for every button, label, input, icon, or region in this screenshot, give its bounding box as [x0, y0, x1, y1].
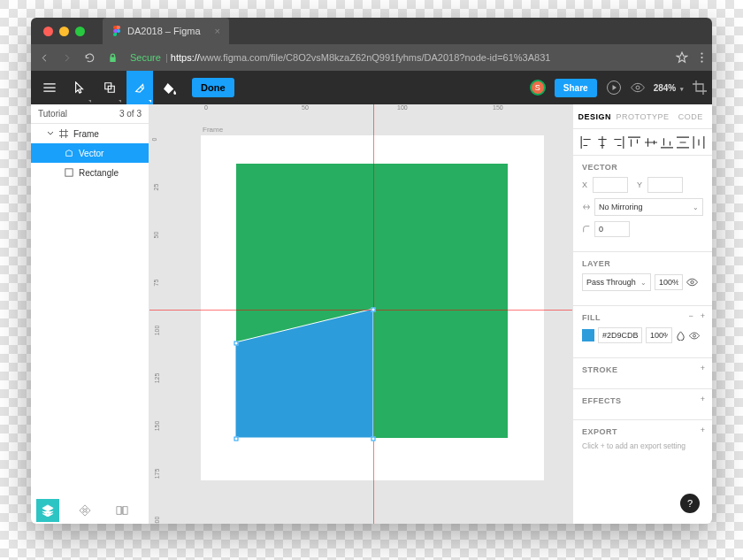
mirror-icon — [582, 203, 591, 211]
pen-tool[interactable] — [126, 71, 153, 104]
zoom-level[interactable]: 284% ▾ — [654, 83, 684, 93]
frame-label[interactable]: Frame — [203, 126, 223, 134]
tab-title: DA2018 – Figma — [127, 26, 201, 36]
tab-design[interactable]: DESIGN — [573, 104, 617, 128]
minus-icon[interactable]: − — [688, 311, 693, 320]
align-toolbar — [573, 129, 712, 156]
tab-prototype[interactable]: PROTOTYPE — [617, 104, 670, 128]
forward-icon[interactable] — [62, 53, 72, 63]
svg-marker-7 — [235, 309, 373, 438]
eye-icon[interactable] — [689, 332, 700, 340]
frame-icon — [59, 129, 68, 138]
inspect-panel: DESIGN PROTOTYPE CODE VECTOR X Y — [572, 104, 712, 524]
fill-hex-input[interactable] — [598, 327, 642, 343]
layer-section: LAYER Pass Through⌄ — [573, 252, 712, 306]
window-controls — [31, 27, 97, 36]
crop-icon[interactable] — [693, 81, 707, 95]
move-tool[interactable] — [66, 71, 93, 104]
done-button[interactable]: Done — [192, 78, 234, 97]
blend-icon[interactable] — [676, 331, 686, 341]
corner-icon — [582, 225, 591, 234]
figma-toolbar: Done S Share 284% ▾ — [31, 71, 712, 104]
mirroring-select[interactable]: No Mirroring⌄ — [594, 198, 703, 216]
align-right-icon[interactable] — [612, 136, 624, 149]
export-hint: Click + to add an export setting — [582, 441, 703, 450]
close-tab-icon[interactable]: × — [215, 26, 220, 36]
corner-input[interactable] — [594, 221, 630, 237]
reload-icon[interactable] — [84, 52, 96, 64]
vector-icon — [65, 149, 73, 157]
align-top-icon[interactable] — [628, 136, 640, 149]
share-button[interactable]: Share — [555, 79, 597, 97]
svg-point-5 — [636, 86, 640, 89]
ruler-horizontal: 0 50 100 150 200 — [165, 104, 572, 120]
minimize-window-dot[interactable] — [59, 27, 69, 36]
blend-select[interactable]: Pass Through⌄ — [582, 273, 651, 291]
svg-point-1 — [701, 52, 702, 54]
plus-icon[interactable]: + — [701, 364, 705, 372]
x-input[interactable] — [593, 177, 628, 193]
fill-opacity-input[interactable] — [646, 327, 672, 343]
figma-logo-icon — [111, 26, 122, 36]
chevron-down-icon — [47, 130, 54, 137]
vector-handle[interactable] — [372, 437, 376, 441]
close-window-dot[interactable] — [43, 27, 53, 36]
url-field[interactable]: Secure | https://www.figma.com/file/C8O2… — [130, 52, 663, 63]
svg-point-9 — [693, 334, 696, 337]
y-input[interactable] — [647, 177, 683, 193]
layer-rectangle[interactable]: Rectangle — [31, 163, 149, 182]
kebab-icon[interactable] — [701, 51, 703, 64]
components-tab-button[interactable] — [73, 499, 96, 522]
rectangle-icon — [65, 168, 73, 177]
star-icon[interactable] — [676, 51, 688, 64]
library-tab-button[interactable] — [111, 499, 134, 522]
vector-handle[interactable] — [372, 308, 376, 312]
help-button[interactable]: ? — [680, 494, 700, 513]
user-avatar[interactable]: S — [530, 80, 546, 96]
menu-button[interactable] — [36, 71, 63, 104]
effects-section: EFFECTS + — [573, 389, 712, 420]
layer-vector[interactable]: Vector — [31, 143, 149, 163]
svg-point-3 — [701, 60, 702, 62]
layers-header: Tutorial 3 of 3 — [31, 104, 149, 124]
present-icon[interactable] — [606, 80, 622, 96]
fill-swatch[interactable] — [582, 329, 594, 341]
distribute-h-icon[interactable] — [693, 136, 705, 149]
visibility-icon[interactable] — [631, 82, 645, 93]
svg-point-2 — [701, 57, 702, 58]
vector-shape[interactable] — [235, 309, 375, 440]
inspect-tabs: DESIGN PROTOTYPE CODE — [573, 104, 712, 129]
align-vcenter-icon[interactable] — [645, 136, 657, 149]
canvas[interactable]: 0 50 100 150 200 0 25 50 75 100 125 150 … — [149, 104, 572, 524]
layers-panel: Tutorial 3 of 3 Frame Vector Rectangle — [31, 104, 149, 524]
paint-bucket-tool[interactable] — [157, 71, 183, 104]
layer-opacity-input[interactable] — [655, 274, 683, 290]
guide-vertical — [373, 104, 374, 524]
stroke-section: STROKE + — [573, 358, 712, 389]
layers-tab-button[interactable] — [36, 499, 59, 522]
vector-handle[interactable] — [234, 341, 239, 346]
distribute-v-icon[interactable] — [677, 136, 689, 149]
guide-horizontal — [149, 310, 572, 311]
browser-tab[interactable]: DA2018 – Figma × — [103, 18, 229, 44]
vector-section: VECTOR X Y No Mirroring⌄ — [573, 156, 712, 252]
back-icon[interactable] — [40, 53, 50, 63]
zoom-window-dot[interactable] — [75, 27, 85, 36]
svg-rect-6 — [65, 169, 73, 176]
plus-icon[interactable]: + — [701, 395, 705, 403]
eye-icon[interactable] — [686, 278, 698, 287]
lock-icon — [108, 53, 118, 63]
vector-handle[interactable] — [234, 437, 239, 441]
export-section: EXPORT + Click + to add an export settin… — [573, 420, 712, 459]
plus-icon[interactable]: + — [701, 311, 705, 320]
align-hcenter-icon[interactable] — [596, 136, 609, 149]
tab-code[interactable]: CODE — [669, 104, 712, 128]
layer-frame[interactable]: Frame — [31, 124, 149, 143]
fill-section: FILL −+ — [573, 306, 712, 358]
plus-icon[interactable]: + — [701, 426, 705, 434]
shapes-tool[interactable] — [96, 71, 123, 104]
align-bottom-icon[interactable] — [661, 136, 673, 149]
svg-point-0 — [117, 29, 120, 33]
address-bar: Secure | https://www.figma.com/file/C8O2… — [31, 44, 712, 71]
align-left-icon[interactable] — [580, 136, 593, 149]
